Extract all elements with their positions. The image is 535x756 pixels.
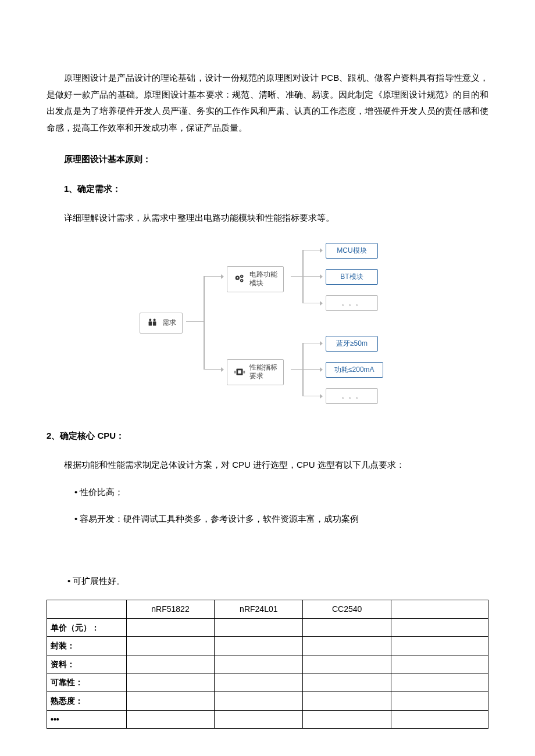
section-1-body: 详细理解设计需求，从需求中整理出电路功能模块和性能指标要求等。 — [47, 210, 488, 227]
leaf-bluetooth-range: 蓝牙≥50m — [326, 336, 378, 352]
svg-rect-14 — [243, 371, 245, 371]
table-row-label: 可靠性： — [47, 673, 127, 692]
table-cell — [391, 637, 488, 655]
table-header: CC2540 — [303, 600, 391, 619]
table-header-row: nRF51822 nRF24L01 CC2540 — [47, 600, 488, 619]
leaf-power: 功耗≤200mA — [326, 362, 383, 378]
table-cell — [215, 673, 303, 692]
table-row-label: 熟悉度： — [47, 691, 127, 710]
node-requirements-label: 需求 — [162, 318, 176, 328]
node-function-modules: 电路功能 模块 — [227, 266, 284, 292]
section-2-body: 根据功能和性能需求制定总体设计方案，对 CPU 进行选型，CPU 选型有以下几点… — [47, 457, 488, 474]
chip-icon — [233, 366, 246, 378]
table-header: nRF51822 — [126, 600, 215, 619]
svg-point-1 — [154, 318, 156, 321]
leaf-bt: BT模块 — [326, 269, 378, 285]
svg-rect-13 — [234, 372, 236, 373]
svg-rect-12 — [234, 371, 236, 371]
bullet-item: 可扩展性好。 — [67, 573, 488, 590]
table-row: ••• — [47, 710, 488, 729]
table-cell — [391, 691, 488, 710]
table-row: 封装： — [47, 637, 488, 655]
node-performance-req: 性能指标 要求 — [227, 359, 284, 385]
leaf-etc2: 。。。 — [326, 388, 378, 404]
bullet-item: 容易开发：硬件调试工具种类多，参考设计多，软件资源丰富，成功案例 — [74, 511, 488, 528]
table-cell — [215, 691, 303, 710]
requirements-diagram: 需求 电路功能 模块 性能指标 要求 MCU模块 BT模块 。。。 蓝牙≥50m… — [140, 237, 395, 411]
table-cell — [391, 710, 488, 729]
section-1-heading: 1、确定需求： — [47, 181, 488, 198]
bullet-item: 性价比高； — [74, 484, 488, 501]
svg-point-9 — [241, 280, 242, 281]
bullet-list-1: 性价比高； 容易开发：硬件调试工具种类多，参考设计多，软件资源丰富，成功案例 — [74, 484, 488, 528]
gears-icon — [233, 273, 246, 285]
table-cell — [303, 637, 391, 655]
section-2-heading: 2、确定核心 CPU： — [47, 428, 488, 445]
table-cell — [303, 618, 391, 637]
table-cell — [391, 655, 488, 673]
leaf-mcu: MCU模块 — [326, 243, 378, 259]
table-row: 可靠性： — [47, 673, 488, 692]
table-cell — [215, 618, 303, 637]
svg-rect-3 — [153, 321, 156, 325]
table-cell — [126, 637, 215, 655]
bullet-list-2: 可扩展性好。 — [67, 573, 488, 590]
table-row-label: 封装： — [47, 637, 127, 655]
table-row: 资料： — [47, 655, 488, 673]
table-cell — [215, 655, 303, 673]
table-cell — [303, 655, 391, 673]
table-cell — [303, 691, 391, 710]
table-cell — [126, 655, 215, 673]
principles-heading: 原理图设计基本原则： — [47, 151, 488, 168]
leaf-etc1: 。。。 — [326, 295, 378, 311]
svg-point-0 — [149, 318, 151, 321]
table-cell — [126, 673, 215, 692]
table-header — [391, 600, 488, 619]
table-cell — [215, 710, 303, 729]
table-row-label: 资料： — [47, 655, 127, 673]
intro-paragraph: 原理图设计是产品设计的理论基础，设计一份规范的原理图对设计 PCB、跟机、做客户… — [47, 70, 488, 136]
table-row: 单价（元）： — [47, 618, 488, 637]
table-row: 熟悉度： — [47, 691, 488, 710]
node-performance-req-label: 性能指标 要求 — [249, 363, 277, 381]
table-cell — [303, 673, 391, 692]
node-requirements: 需求 — [140, 313, 183, 334]
people-icon — [146, 317, 159, 329]
table-row-label: 单价（元）： — [47, 618, 127, 637]
svg-rect-15 — [243, 372, 245, 373]
node-function-modules-label: 电路功能 模块 — [249, 270, 277, 288]
table-cell — [303, 710, 391, 729]
cpu-comparison-table: nRF51822 nRF24L01 CC2540 单价（元）：封装：资料：可靠性… — [47, 600, 488, 729]
table-cell — [126, 691, 215, 710]
svg-point-7 — [241, 276, 242, 277]
table-cell — [391, 673, 488, 692]
svg-rect-11 — [238, 370, 241, 374]
table-cell — [126, 618, 215, 637]
table-cell — [215, 637, 303, 655]
table-row-label: ••• — [47, 710, 127, 729]
table-cell — [126, 710, 215, 729]
table-header: nRF24L01 — [215, 600, 303, 619]
table-cell — [391, 618, 488, 637]
svg-point-5 — [237, 277, 238, 278]
table-header — [47, 600, 127, 619]
svg-rect-2 — [149, 321, 152, 325]
